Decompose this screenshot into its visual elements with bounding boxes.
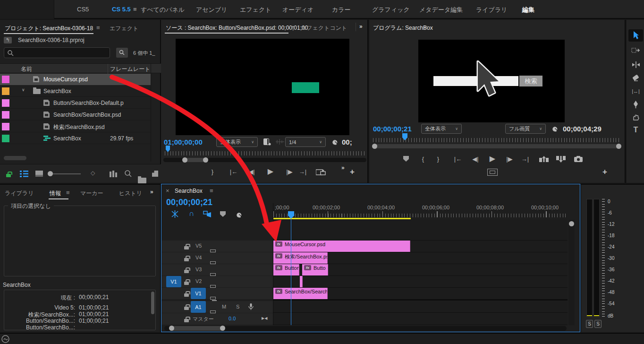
- mute-button[interactable]: M: [222, 304, 226, 310]
- tool-ripple-edit[interactable]: [628, 59, 643, 71]
- lock-icon[interactable]: [184, 270, 189, 273]
- tool-razor[interactable]: [628, 72, 643, 84]
- filter-bin-button[interactable]: [116, 48, 128, 58]
- tab-libraries[interactable]: ライブラリ: [5, 189, 34, 198]
- scroll-handle-left[interactable]: [372, 144, 377, 149]
- track-label-v4[interactable]: V4: [195, 255, 202, 260]
- workspace-graphics[interactable]: グラフィック: [372, 6, 410, 14]
- program-fit-dropdown[interactable]: 全体表示 ∨: [421, 124, 462, 134]
- work-area-bar[interactable]: [273, 218, 411, 219]
- program-panel-menu-icon[interactable]: ≡: [424, 24, 428, 31]
- timeline-vscrollbar[interactable]: [568, 220, 575, 325]
- tab-markers[interactable]: マーカー: [80, 189, 103, 198]
- extract-icon[interactable]: [556, 156, 566, 163]
- clip-searchbox-searchbox[interactable]: fx SearchBox/SearchBo: [273, 288, 328, 299]
- zoom-handle-left[interactable]: [182, 157, 187, 163]
- project-writable-icon[interactable]: [6, 174, 11, 177]
- zoom-handle-left[interactable]: [169, 326, 174, 331]
- voiceover-mic-icon[interactable]: [248, 303, 254, 310]
- zoom-slider[interactable]: [49, 173, 81, 174]
- zoom-handle-right[interactable]: [203, 157, 208, 163]
- master-gain-value[interactable]: 0.0: [229, 316, 236, 321]
- add-button-icon[interactable]: +: [350, 167, 355, 177]
- export-frame-icon[interactable]: [316, 168, 326, 175]
- lock-icon[interactable]: [184, 258, 189, 261]
- tab-info[interactable]: 情報: [50, 189, 61, 198]
- solo-button[interactable]: S: [236, 304, 239, 310]
- workspace-editing[interactable]: 編集: [522, 6, 534, 14]
- step-back-button[interactable]: ◀|: [470, 155, 481, 163]
- lock-icon[interactable]: [184, 246, 189, 249]
- add-marker-icon[interactable]: [220, 211, 226, 217]
- program-timecode[interactable]: 00;00;00;21: [373, 125, 412, 133]
- tool-hand[interactable]: [628, 111, 643, 123]
- tab-project[interactable]: プロジェクト: SearchBox-0306-18: [5, 25, 93, 33]
- play-button[interactable]: ▶: [487, 154, 498, 163]
- goto-out-button[interactable]: →|: [519, 155, 531, 163]
- goto-in-button[interactable]: |←: [452, 155, 464, 163]
- settings-film-icon[interactable]: [263, 138, 271, 146]
- source-zoom-scrollbar[interactable]: [163, 158, 366, 162]
- goto-in-button[interactable]: |←: [228, 168, 239, 175]
- timeline-panel-menu-icon[interactable]: ≡: [210, 187, 213, 194]
- mark-out-button[interactable]: }: [434, 155, 442, 163]
- timeline-zoom-scrollbar[interactable]: [164, 326, 567, 331]
- track-label-v2[interactable]: V2: [195, 278, 202, 284]
- panel-overflow-icon[interactable]: »: [359, 23, 363, 30]
- tab-effects[interactable]: エフェクト: [110, 25, 138, 33]
- tab-history[interactable]: ヒストリ: [119, 189, 142, 198]
- workspace-cs55[interactable]: CS 5.5: [112, 6, 131, 13]
- bowtie-keyframe-icon[interactable]: ▶◀: [262, 316, 267, 320]
- project-panel-menu-icon[interactable]: ≡: [96, 24, 100, 31]
- bin-up-icon[interactable]: ↰: [4, 37, 12, 43]
- info-scrollbar[interactable]: [151, 292, 154, 314]
- add-marker-button[interactable]: [403, 156, 409, 162]
- clip-mousecursor[interactable]: fx MouseCursor.psd: [273, 241, 410, 252]
- close-tab-icon[interactable]: ×: [166, 187, 169, 194]
- tab-source[interactable]: ソース : SearchBox: Button/SearchBox.psd: 0…: [166, 24, 308, 32]
- icon-view-icon[interactable]: [35, 171, 43, 177]
- tool-slip[interactable]: |↔|: [628, 85, 643, 97]
- tab-effect-controls[interactable]: エフェクトコント: [301, 24, 347, 32]
- step-back-button[interactable]: ◀|: [246, 168, 257, 175]
- workspace-audio[interactable]: オーディオ: [282, 6, 314, 14]
- lift-icon[interactable]: [539, 156, 549, 163]
- clip-button-1[interactable]: fx Button: [273, 264, 299, 275]
- timeline-playhead-line[interactable]: [291, 218, 291, 325]
- list-view-icon[interactable]: [20, 171, 28, 177]
- new-item-icon[interactable]: [152, 171, 158, 177]
- workspace-cs5[interactable]: CS5: [77, 6, 89, 13]
- tool-pen[interactable]: [628, 98, 643, 110]
- source-timecode[interactable]: 01;00;00;00: [164, 138, 203, 146]
- program-quality-dropdown[interactable]: フル画質 ∨: [505, 124, 546, 134]
- search-input[interactable]: [4, 47, 110, 58]
- add-button-icon[interactable]: +: [602, 167, 607, 177]
- track-label-v5[interactable]: V5: [195, 243, 202, 249]
- workspace-color[interactable]: カラー: [332, 6, 351, 14]
- lock-icon[interactable]: [184, 319, 189, 322]
- wrench-icon[interactable]: [551, 124, 559, 132]
- lock-icon[interactable]: [184, 293, 189, 297]
- breadcrumb[interactable]: SearchBox-0306-18.prproj: [18, 37, 85, 43]
- source-resolution-dropdown[interactable]: 1/4 ∨: [285, 137, 326, 147]
- snap-magnet-icon[interactable]: ∩: [189, 209, 195, 218]
- vscroll-handle[interactable]: [569, 221, 574, 226]
- source-ruler[interactable]: [165, 151, 365, 155]
- sort-icon[interactable]: ◇: [91, 170, 95, 176]
- track-target-a1[interactable]: A1: [191, 301, 206, 313]
- tab-sequence-searchbox[interactable]: SearchBox: [175, 188, 203, 194]
- button-overflow-icon[interactable]: »: [341, 164, 345, 171]
- workspace-menu-icon[interactable]: ≡: [133, 6, 137, 13]
- clip-v2-sliver[interactable]: [300, 276, 303, 287]
- clip-kensaku-searchbox[interactable]: fx 検索/SearchBox.psd: [273, 252, 328, 264]
- timeline-ruler[interactable]: ;00;00 00;00;02;00 00;00;04;00 00;00;06;…: [273, 203, 568, 220]
- program-scrollbar[interactable]: [372, 144, 621, 148]
- timeline-timecode[interactable]: 00;00;00;21: [166, 198, 212, 207]
- creative-cloud-icon[interactable]: [1, 335, 9, 343]
- goto-out-button[interactable]: →|: [297, 168, 308, 175]
- new-bin-icon[interactable]: [138, 178, 146, 183]
- source-panel-menu-icon[interactable]: ≡: [291, 24, 295, 31]
- workspace-all-panels[interactable]: すべてのパネル: [141, 6, 185, 14]
- tool-type[interactable]: T: [628, 124, 643, 136]
- track-label-v3[interactable]: V3: [195, 267, 202, 272]
